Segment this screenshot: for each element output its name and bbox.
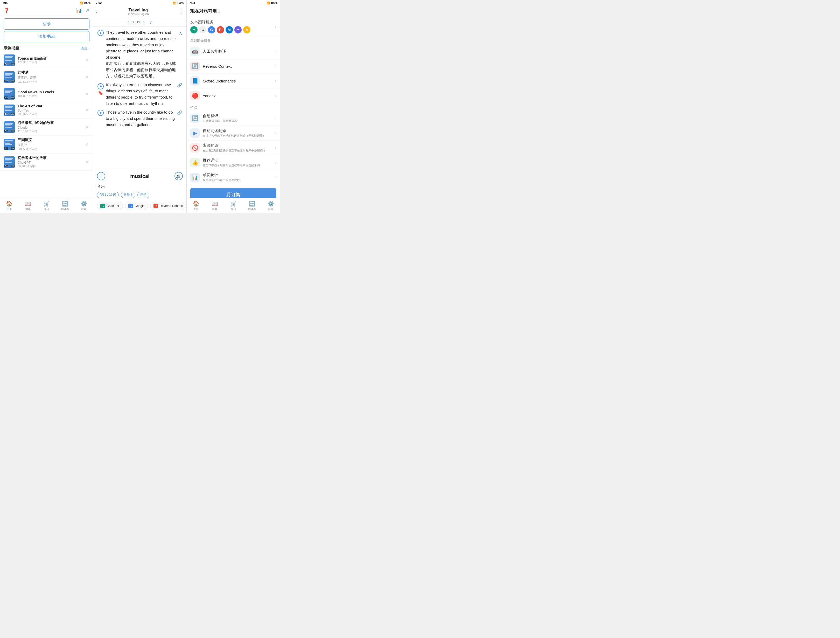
status-icons-mid: 📶 100% <box>173 2 184 5</box>
oxford-arrow: › <box>275 79 276 83</box>
dict-icon-right: 📖 <box>212 201 218 207</box>
play-icon-3[interactable] <box>98 110 104 116</box>
login-button[interactable]: 登录 <box>4 18 90 30</box>
book-chars-6: 601,588 个字符 <box>17 147 84 151</box>
nav-dict-right[interactable]: 📖 词典 <box>205 198 224 213</box>
service-reverso[interactable]: 🔄 Reverso Context › <box>187 59 280 74</box>
nav-dict-left[interactable]: 📖 词典 <box>19 198 37 213</box>
book-title-3: Good News In Levels <box>17 90 84 94</box>
nav-settings-right[interactable]: ⚙️ 设置 <box>261 198 280 213</box>
subscribe-button[interactable]: 月订阅 <box>190 188 276 198</box>
back-button[interactable]: ‹ <box>96 9 98 15</box>
list-item[interactable]: A1 en 初学者水平的故事 ChatGPT 60,983 个字符 ✕ <box>0 154 93 171</box>
word-trans-section-title: 单词翻译服务 <box>187 36 280 44</box>
nav-home-left[interactable]: 🏠 主页 <box>0 198 19 213</box>
oxford-name: Oxford Dictionaries <box>203 79 272 83</box>
remove-book-1[interactable]: ✕ <box>84 57 90 64</box>
service-oxford[interactable]: 📘 Oxford Dictionaries › <box>187 74 280 89</box>
trans-icon-star[interactable]: ✦ <box>234 26 242 33</box>
dict-google[interactable]: G Google <box>125 202 148 210</box>
right-topbar: 现在对您可用： <box>187 6 280 17</box>
reading-area[interactable]: They travel to see other countries and c… <box>93 27 186 169</box>
nav-trans-label-right: 翻译器 <box>248 207 256 211</box>
signal-icon-mid: 📶 <box>173 2 176 5</box>
dict-reverso[interactable]: R Reverso Context <box>150 202 186 210</box>
remove-book-4[interactable]: ✕ <box>84 107 90 114</box>
para-right-2: 🔗 <box>177 82 182 88</box>
stats-icon[interactable]: 📊 <box>76 8 82 13</box>
link-icon-3[interactable]: 🔗 <box>177 110 182 115</box>
book-title-5: 包含最常用名词的故事 <box>17 120 84 125</box>
dict-chatgpt[interactable]: G ChatGPT <box>97 202 123 210</box>
yandex-arrow: › <box>275 93 276 98</box>
feature-word-stat[interactable]: 📊 单词统计 显示单词在书籍中的使用次数 › <box>187 170 280 185</box>
book-chars-3: 181,897 个字符 <box>17 94 84 98</box>
feature-auto-read[interactable]: ▶ 自动朗读翻译 在讲述人模式下自动朗读段落翻译（无名翻译器） › <box>187 126 280 141</box>
more-button[interactable]: ⋮ <box>178 9 184 15</box>
list-item[interactable]: C1 zh 三国演义 罗贯中 601,588 个字符 ✕ <box>0 136 93 154</box>
list-item[interactable]: C2 zh The Art of War Sun Tzu 230,375 个字符… <box>0 102 93 119</box>
trans-icon-ms[interactable]: M <box>226 26 233 33</box>
book-cover-2: C2 zh <box>4 71 15 83</box>
nav-trans-left[interactable]: 🔄 翻译器 <box>56 198 74 213</box>
trans-icon-reverso[interactable]: R <box>217 26 224 33</box>
highlighted-word[interactable]: musical <box>135 101 148 106</box>
nav-home-right[interactable]: 🏠 主页 <box>187 198 205 213</box>
book-chars-4: 230,375 个字符 <box>17 112 84 116</box>
word-bar: + musical 🔊 音乐 NGSL 1630 数量 8 已学 G ChatG… <box>93 169 186 213</box>
service-yandex[interactable]: 🔴 Yandex › <box>187 89 280 103</box>
help-icon[interactable]: ❓ <box>4 8 9 13</box>
page-dropdown-button[interactable]: ∨ <box>149 20 152 25</box>
word-rec-text: 推荐词汇 在文本中显示您在阅读过程中经常点击的单词 <box>203 158 272 167</box>
remove-book-6[interactable]: ✕ <box>84 141 90 148</box>
text-trans-block: 文本翻译服务 ✦ G G R M ✦ ☀ <box>190 20 272 33</box>
chatgpt-icon: G <box>100 204 105 208</box>
nav-dict-label: 词典 <box>25 207 31 211</box>
ai-trans-name: 人工智能翻译 <box>203 49 272 54</box>
nav-trans-right[interactable]: 🔄 翻译器 <box>243 198 261 213</box>
list-item[interactable]: A1 en 包含最常用名词的故事 Claude 115,146 个字符 ✕ <box>0 119 93 136</box>
nav-settings-left[interactable]: ⚙️ 设置 <box>74 198 93 213</box>
list-item[interactable]: A2 en Good News In Levels 181,897 个字符 ✕ <box>0 86 93 102</box>
feature-auto-trans[interactable]: 🔄 自动翻译 自动翻译书籍（无名翻译器） › <box>187 111 280 126</box>
auto-read-name: 自动朗读翻译 <box>203 128 272 133</box>
list-item[interactable]: A2 en Topics in English 174,351 个字符 ✕ <box>0 52 93 68</box>
section-title: 示例书籍 <box>4 46 19 51</box>
word-rec-arrow: › <box>275 160 276 165</box>
auto-read-text: 自动朗读翻译 在讲述人模式下自动朗读段落翻译（无名翻译器） <box>203 128 272 138</box>
feature-word-rec[interactable]: 👍 推荐词汇 在文本中显示您在阅读过程中经常点击的单词 › <box>187 155 280 170</box>
remove-book-7[interactable]: ✕ <box>84 158 90 165</box>
remove-book-2[interactable]: ✕ <box>84 74 90 81</box>
bookmark-icon[interactable]: 🔖 <box>98 90 103 95</box>
trans-icon-gpt4[interactable]: G <box>199 26 206 33</box>
remove-book-5[interactable]: ✕ <box>84 123 90 130</box>
nav-shop-left[interactable]: 🛒 商店 <box>37 198 56 213</box>
scroll-up-icon[interactable]: ∧ <box>179 30 182 36</box>
time-left: 7:00 <box>3 1 8 5</box>
add-book-button[interactable]: 添加书籍 <box>4 31 90 42</box>
nav-shop-right[interactable]: 🛒 商店 <box>224 198 243 213</box>
book-chars-1: 174,351 个字符 <box>17 60 84 64</box>
link-icon[interactable]: 🔗 <box>177 83 182 88</box>
feature-offline[interactable]: 🚫 离线翻译 在没有互联网连接的情况下在应用程序中使用翻译 › <box>187 141 280 155</box>
speaker-button[interactable]: 🔊 <box>174 172 183 180</box>
trans-icon-google[interactable]: G <box>208 26 215 33</box>
prev-page-button[interactable]: ‹ <box>128 19 129 25</box>
add-word-button[interactable]: + <box>97 172 105 180</box>
bottom-nav-left: 🏠 主页 📖 词典 🛒 商店 🔄 翻译器 ⚙️ 设置 <box>0 198 93 213</box>
yandex-text: Yandex <box>203 93 272 98</box>
settings-icon-right: ⚙️ <box>268 201 274 207</box>
language-button[interactable]: 语言 › <box>81 46 90 51</box>
book-cover-6: C1 zh <box>4 139 15 150</box>
next-page-button[interactable]: › <box>143 19 144 25</box>
list-item[interactable]: C2 zh 红楼梦 曹雪芹、高鹗 920,593 个字符 ✕ <box>0 68 93 86</box>
play-icon-1[interactable] <box>98 30 104 36</box>
share-icon[interactable]: ↗ <box>85 8 90 13</box>
trans-icon-chatgpt[interactable]: ✦ <box>190 26 197 33</box>
yandex-svc-icon: 🔴 <box>190 91 200 100</box>
service-ai-trans[interactable]: 🤖 人工智能翻译 › <box>187 44 280 59</box>
trans-icon-sun[interactable]: ☀ <box>243 26 251 33</box>
play-icon-2[interactable] <box>98 83 104 89</box>
remove-book-3[interactable]: ✕ <box>84 90 90 98</box>
battery-right: 100% <box>271 2 278 5</box>
